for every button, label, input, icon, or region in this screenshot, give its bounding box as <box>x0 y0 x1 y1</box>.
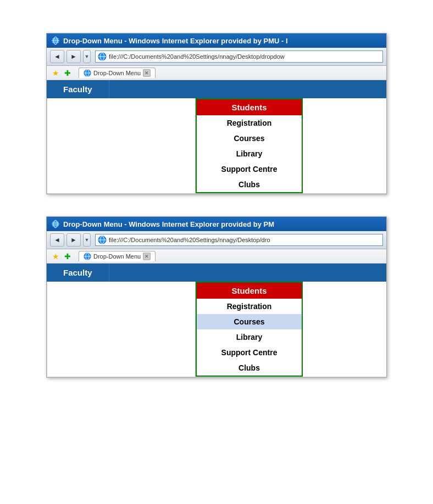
address-bar-2[interactable]: file:///C:/Documents%20and%20Settings/nn… <box>95 234 383 246</box>
tab-label-1: Drop-Down Menu <box>93 70 141 76</box>
title-text-2: Drop-Down Menu - Windows Internet Explor… <box>63 220 274 228</box>
browser-tab-2[interactable]: Drop-Down Menu ✕ <box>79 251 156 261</box>
faculty-nav-item-2[interactable]: Faculty <box>47 264 109 282</box>
tab-close-1[interactable]: ✕ <box>143 69 151 77</box>
browser-window-1: Drop-Down Menu - Windows Internet Explor… <box>46 33 387 194</box>
page-content-1: Faculty Students Registration Courses Li… <box>47 80 386 194</box>
dropdown-item-clubs-2[interactable]: Clubs <box>197 360 302 376</box>
page-left-1 <box>47 98 196 193</box>
ie-icon-2 <box>51 220 60 228</box>
title-bar-1: Drop-Down Menu - Windows Internet Explor… <box>47 33 386 48</box>
forward-button-1[interactable]: ► <box>66 50 81 63</box>
address-text-2: file:///C:/Documents%20and%20Settings/nn… <box>109 237 270 243</box>
address-ie-icon-1 <box>98 52 107 61</box>
tab-close-2[interactable]: ✕ <box>143 253 151 260</box>
browser-tab-1[interactable]: Drop-Down Menu ✕ <box>79 68 156 78</box>
tab-ie-icon-1 <box>84 69 91 77</box>
nav-menu-1: Faculty <box>47 80 386 98</box>
bookmark-star-2[interactable]: ★ <box>51 252 60 261</box>
dropdown-item-registration-1[interactable]: Registration <box>197 115 302 131</box>
address-bar-1[interactable]: file:///C:/Documents%20and%20Settings/nn… <box>95 51 383 63</box>
dropdown-item-courses-2[interactable]: Courses <box>197 314 302 329</box>
ie-icon-1 <box>51 36 60 45</box>
dropdown-menu-2: Students Registration Courses Library Su… <box>196 282 303 377</box>
dropdown-header-1: Students <box>197 99 302 115</box>
tab-label-2: Drop-Down Menu <box>93 253 141 260</box>
add-bookmark-2[interactable]: ✚ <box>63 252 72 261</box>
toolbar-1: ◄ ► ▼ file:///C:/Documents%20and%20Setti… <box>47 48 386 66</box>
address-text-1: file:///C:/Documents%20and%20Settings/nn… <box>109 53 285 60</box>
dropdown-area-1: Students Registration Courses Library Su… <box>47 98 386 194</box>
dropdown-menu-1: Students Registration Courses Library Su… <box>196 98 303 193</box>
dropdown-item-support-2[interactable]: Support Centre <box>197 345 302 360</box>
dropdown-area-2: Students Registration Courses Library Su… <box>47 282 386 377</box>
dropdown-item-registration-2[interactable]: Registration <box>197 299 302 314</box>
tab-ie-icon-2 <box>84 253 91 260</box>
dropdown-header-2: Students <box>197 283 302 299</box>
dropdown-item-clubs-1[interactable]: Clubs <box>197 177 302 192</box>
nav-dropdown-1[interactable]: ▼ <box>83 50 91 63</box>
title-bar-2: Drop-Down Menu - Windows Internet Explor… <box>47 217 386 231</box>
nav-menu-2: Faculty <box>47 264 386 282</box>
add-bookmark-1[interactable]: ✚ <box>63 69 72 77</box>
browser-window-2: Drop-Down Menu - Windows Internet Explor… <box>46 216 387 378</box>
nav-dropdown-2[interactable]: ▼ <box>83 233 91 247</box>
toolbar-2: ◄ ► ▼ file:///C:/Documents%20and%20Setti… <box>47 231 386 249</box>
back-button-2[interactable]: ◄ <box>50 233 64 247</box>
title-text-1: Drop-Down Menu - Windows Internet Explor… <box>63 37 288 45</box>
dropdown-item-courses-1[interactable]: Courses <box>197 131 302 146</box>
faculty-nav-item-1[interactable]: Faculty <box>47 80 109 98</box>
favorites-bar-2: ★ ✚ Drop-Down Menu ✕ <box>47 249 386 264</box>
address-ie-icon-2 <box>98 236 107 244</box>
back-button-1[interactable]: ◄ <box>50 50 64 63</box>
forward-button-2[interactable]: ► <box>66 233 81 247</box>
page-content-2: Faculty Students Registration Courses Li… <box>47 264 386 377</box>
bookmark-star-1[interactable]: ★ <box>51 69 60 77</box>
page-left-2 <box>47 282 196 377</box>
dropdown-item-support-1[interactable]: Support Centre <box>197 161 302 177</box>
dropdown-item-library-1[interactable]: Library <box>197 146 302 161</box>
dropdown-item-library-2[interactable]: Library <box>197 329 302 345</box>
favorites-bar-1: ★ ✚ Drop-Down Menu ✕ <box>47 66 386 80</box>
